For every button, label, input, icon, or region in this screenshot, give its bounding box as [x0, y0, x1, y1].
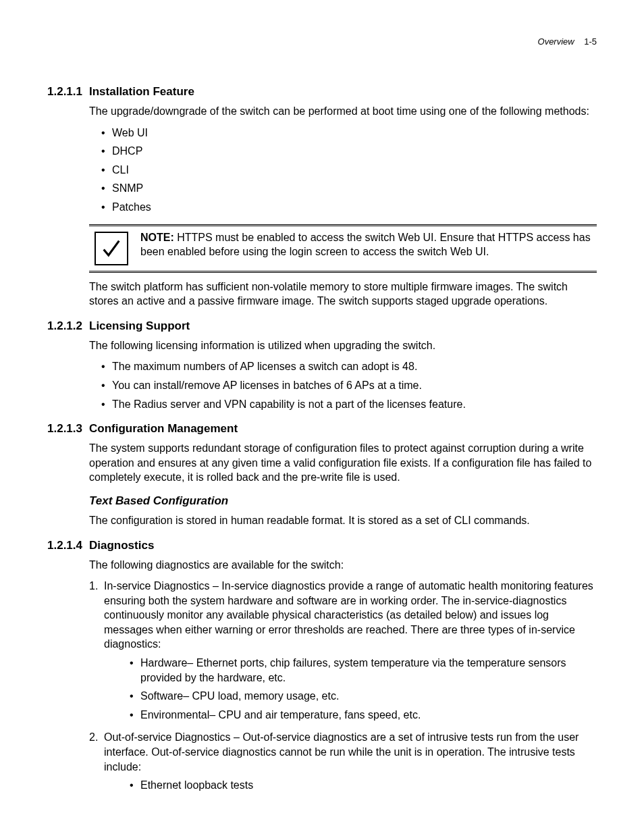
list-item: Software– CPU load, memory usage, etc.: [117, 689, 597, 704]
section-number: 1.2.1.1: [47, 85, 89, 99]
section-title: Installation Feature: [89, 85, 194, 99]
list-item: Hardware– Ethernet ports, chip failures,…: [117, 656, 597, 685]
checkmark-icon: [95, 232, 128, 265]
section-number: 1.2.1.2: [47, 319, 89, 333]
bullet-list: Web UI DHCP CLI SNMP Patches: [89, 126, 597, 215]
section-diagnostics: 1.2.1.4 Diagnostics The following diagno…: [47, 539, 597, 793]
section-title: Configuration Management: [89, 422, 238, 436]
section-licensing-support: 1.2.1.2 Licensing Support The following …: [47, 319, 597, 411]
section-configuration-management: 1.2.1.3 Configuration Management The sys…: [47, 422, 597, 527]
section-heading: 1.2.1.3 Configuration Management: [47, 422, 597, 436]
note-label: NOTE:: [140, 232, 174, 243]
section-heading: 1.2.1.2 Licensing Support: [47, 319, 597, 333]
section-heading: 1.2.1.4 Diagnostics: [47, 539, 597, 552]
paragraph: The following licensing information is u…: [89, 338, 597, 353]
bullet-list: Hardware– Ethernet ports, chip failures,…: [117, 656, 597, 722]
list-item-text: In-service Diagnostics – In-service diag…: [104, 580, 593, 650]
list-item: The Radius server and VPN capability is …: [89, 397, 597, 412]
paragraph: The upgrade/downgrade of the switch can …: [89, 104, 597, 119]
list-item-text: Out-of-service Diagnostics – Out-of-serv…: [104, 731, 579, 772]
paragraph: The configuration is stored in human rea…: [89, 513, 597, 528]
list-item: Ethernet loopback tests: [117, 778, 597, 793]
note-body: HTTPS must be enabled to access the swit…: [140, 232, 591, 258]
note-callout: NOTE: HTTPS must be enabled to access th…: [89, 224, 597, 273]
section-title: Licensing Support: [89, 319, 190, 333]
list-item: Web UI: [89, 126, 597, 140]
list-item: Patches: [89, 200, 597, 215]
page-number: 1-5: [584, 36, 597, 47]
section-installation-feature: 1.2.1.1 Installation Feature The upgrade…: [47, 85, 597, 309]
list-item: You can install/remove AP licenses in ba…: [89, 378, 597, 393]
chapter-name: Overview: [538, 36, 574, 47]
section-number: 1.2.1.4: [47, 539, 89, 552]
page-content: 1.2.1.1 Installation Feature The upgrade…: [47, 85, 597, 793]
list-item: DHCP: [89, 144, 597, 159]
list-item: SNMP: [89, 181, 597, 196]
numbered-list: In-service Diagnostics – In-service diag…: [89, 579, 597, 793]
bullet-list: The maximum numbers of AP licenses a swi…: [89, 359, 597, 411]
running-header: Overview 1-5: [538, 36, 597, 47]
list-item: The maximum numbers of AP licenses a swi…: [89, 359, 597, 374]
section-title: Diagnostics: [89, 539, 154, 552]
section-number: 1.2.1.3: [47, 422, 89, 436]
document-page: Overview 1-5 1.2.1.1 Installation Featur…: [0, 0, 644, 834]
bullet-list: Ethernet loopback tests: [117, 778, 597, 793]
list-item: Environmental– CPU and air temperature, …: [117, 708, 597, 723]
paragraph: The following diagnostics are available …: [89, 558, 597, 573]
list-item: Out-of-service Diagnostics – Out-of-serv…: [89, 730, 597, 792]
section-heading: 1.2.1.1 Installation Feature: [47, 85, 597, 99]
sub-heading: Text Based Configuration: [89, 494, 597, 508]
note-text: NOTE: HTTPS must be enabled to access th…: [140, 230, 597, 259]
paragraph: The system supports redundant storage of…: [89, 441, 597, 485]
paragraph: The switch platform has sufficient non-v…: [89, 280, 597, 309]
list-item: CLI: [89, 163, 597, 178]
list-item: In-service Diagnostics – In-service diag…: [89, 579, 597, 722]
